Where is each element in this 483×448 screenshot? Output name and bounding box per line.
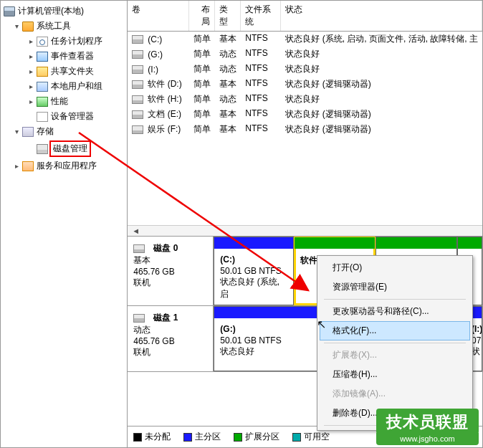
volume-row[interactable]: 软件 (D:)简单基本NTFS状态良好 (逻辑驱动器) xyxy=(128,77,482,92)
services-icon xyxy=(22,161,34,171)
volume-fs: NTFS xyxy=(241,93,281,105)
tree-shared-folders[interactable]: ▸共享文件夹 xyxy=(2,64,125,79)
volume-type: 基本 xyxy=(215,78,241,90)
storage-icon xyxy=(22,127,34,137)
expand-icon[interactable]: ▸ xyxy=(27,67,35,76)
tree-disk-management[interactable]: 磁盘管理 xyxy=(2,139,125,158)
volume-layout: 简单 xyxy=(189,48,215,60)
disk-info-1[interactable]: 磁盘 1 动态 465.76 GB 联机 xyxy=(128,306,214,371)
event-icon xyxy=(37,52,48,62)
tools-icon xyxy=(22,22,34,32)
computer-icon xyxy=(4,6,15,16)
tree-services[interactable]: ▸服务和应用程序 xyxy=(2,158,125,173)
context-menu: 打开(O) 资源管理器(E) 更改驱动器号和路径(C)... 格式化(F)...… xyxy=(317,255,473,431)
watermark: 技术员联盟 www.jsgho.com xyxy=(376,409,479,445)
col-type[interactable]: 类型 xyxy=(215,1,241,31)
volume-name: 软件 (D:) xyxy=(148,78,181,90)
volume-row[interactable]: 文档 (E:)简单基本NTFS状态良好 (逻辑驱动器) xyxy=(128,107,482,122)
legend-unalloc-icon xyxy=(133,433,142,442)
volume-layout: 简单 xyxy=(189,63,215,75)
col-filesystem[interactable]: 文件系统 xyxy=(241,1,281,31)
drive-icon xyxy=(132,65,143,74)
expand-icon[interactable]: ▸ xyxy=(27,52,35,61)
scroll-left-icon[interactable]: ◄ xyxy=(132,227,140,235)
volume-type: 基本 xyxy=(215,108,241,120)
ext-bar xyxy=(376,237,456,249)
col-volume[interactable]: 卷 xyxy=(128,1,189,31)
menu-change-path[interactable]: 更改驱动器号和路径(C)... xyxy=(320,302,470,321)
col-layout[interactable]: 布局 xyxy=(189,1,215,31)
tree-root[interactable]: 计算机管理(本地) xyxy=(2,4,125,19)
expand-icon[interactable]: ▸ xyxy=(27,97,35,106)
volume-status: 状态良好 (逻辑驱动器) xyxy=(281,123,482,135)
expand-icon[interactable]: ▸ xyxy=(27,37,35,46)
tree-system-tools[interactable]: ▾系统工具 xyxy=(2,19,125,34)
drive-icon xyxy=(132,110,143,119)
partition-c[interactable]: (C:)50.01 GB NTFS状态良好 (系统, 启 xyxy=(214,237,294,305)
menu-separator xyxy=(324,343,466,343)
volume-status: 状态良好 xyxy=(281,63,482,75)
volume-name: 文档 (E:) xyxy=(148,108,181,120)
volume-row[interactable]: 软件 (H:)简单动态NTFS状态良好 xyxy=(128,92,482,107)
menu-shrink[interactable]: 压缩卷(H)... xyxy=(320,365,470,384)
disk-icon xyxy=(133,244,145,253)
menu-extend[interactable]: 扩展卷(X)... xyxy=(320,345,470,365)
tree-task-scheduler[interactable]: ▸任务计划程序 xyxy=(2,34,125,49)
collapse-icon[interactable]: ▾ xyxy=(12,128,21,136)
volume-type: 动态 xyxy=(215,93,241,105)
tree-storage[interactable]: ▾存储 xyxy=(2,124,125,139)
legend-primary-icon xyxy=(183,433,192,442)
volume-layout: 简单 xyxy=(189,123,215,135)
expand-icon[interactable]: ▸ xyxy=(12,162,21,171)
volume-type: 动态 xyxy=(215,48,241,60)
ext-bar xyxy=(458,237,482,249)
tree-event-viewer[interactable]: ▸事件查看器 xyxy=(2,49,125,64)
volume-status: 状态良好 xyxy=(281,48,482,60)
volume-fs: NTFS xyxy=(241,108,281,120)
volume-status: 状态良好 xyxy=(281,93,482,105)
volume-status: 状态良好 (系统, 启动, 页面文件, 活动, 故障转储, 主 xyxy=(281,33,482,45)
volume-grid-header: 卷 布局 类型 文件系统 状态 xyxy=(128,1,482,32)
volume-row[interactable]: 娱乐 (F:)简单基本NTFS状态良好 (逻辑驱动器) xyxy=(128,122,482,137)
disk-icon xyxy=(133,314,145,323)
volume-status: 状态良好 (逻辑驱动器) xyxy=(281,108,482,120)
volume-type: 基本 xyxy=(215,123,241,135)
volume-fs: NTFS xyxy=(241,123,281,135)
menu-open[interactable]: 打开(O) xyxy=(320,258,470,277)
tree-performance[interactable]: ▸性能 xyxy=(2,94,125,109)
volume-layout: 简单 xyxy=(189,78,215,90)
tree-local-users[interactable]: ▸本地用户和组 xyxy=(2,79,125,94)
volume-fs: NTFS xyxy=(241,63,281,75)
menu-format[interactable]: 格式化(F)... xyxy=(320,321,470,340)
menu-mirror[interactable]: 添加镜像(A)... xyxy=(320,384,470,404)
volume-layout: 简单 xyxy=(189,33,215,45)
legend-ext-icon xyxy=(234,433,242,442)
col-status[interactable]: 状态 xyxy=(281,1,482,31)
drive-icon xyxy=(132,50,143,59)
device-icon xyxy=(37,112,48,122)
volume-type: 动态 xyxy=(215,63,241,75)
disk-icon xyxy=(37,144,48,154)
volume-row[interactable]: (G:)简单动态NTFS状态良好 xyxy=(128,47,482,62)
disk-info-0[interactable]: 磁盘 0 基本 465.76 GB 联机 xyxy=(128,237,214,305)
primary-bar xyxy=(214,237,293,249)
volume-name: (C:) xyxy=(148,34,162,44)
tree-device-manager[interactable]: 设备管理器 xyxy=(2,109,125,124)
collapse-icon[interactable]: ▾ xyxy=(12,22,21,31)
volume-fs: NTFS xyxy=(241,78,281,90)
volume-fs: NTFS xyxy=(241,33,281,45)
splitter[interactable]: ◄ xyxy=(128,225,482,237)
volume-grid-body: (C:)简单基本NTFS状态良好 (系统, 启动, 页面文件, 活动, 故障转储… xyxy=(128,32,482,225)
drive-icon xyxy=(132,95,143,104)
expand-icon[interactable]: ▸ xyxy=(27,82,35,91)
volume-name: (I:) xyxy=(148,65,158,75)
volume-type: 基本 xyxy=(215,33,241,45)
volume-name: 软件 (H:) xyxy=(148,93,181,105)
menu-separator xyxy=(324,299,466,300)
volume-row[interactable]: (C:)简单基本NTFS状态良好 (系统, 启动, 页面文件, 活动, 故障转储… xyxy=(128,32,482,47)
users-icon xyxy=(37,82,48,92)
menu-explorer[interactable]: 资源管理器(E) xyxy=(320,277,470,297)
volume-row[interactable]: (I:)简单动态NTFS状态良好 xyxy=(128,62,482,77)
volume-layout: 简单 xyxy=(189,108,215,120)
clock-icon xyxy=(37,37,48,47)
